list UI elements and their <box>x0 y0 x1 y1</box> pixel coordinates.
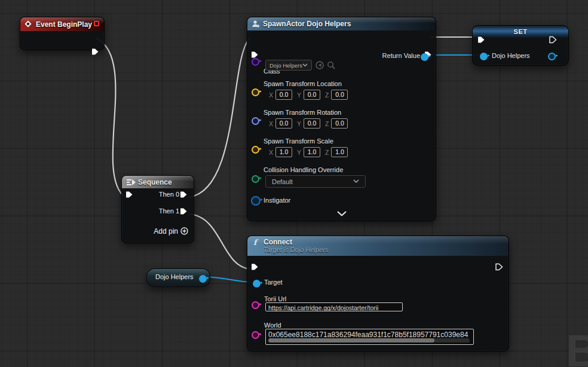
axis-y-label: Y <box>297 149 301 156</box>
class-pin[interactable] <box>252 58 259 66</box>
spawn-scale-pin[interactable] <box>252 146 259 154</box>
collision-override-pin[interactable] <box>252 175 259 183</box>
function-icon: f <box>253 238 257 247</box>
connect-target-pin[interactable] <box>253 280 261 288</box>
collision-dropdown-value: Default <box>272 178 293 185</box>
torii-url-label: Torii Url <box>264 295 286 302</box>
connect-exec-output-pin[interactable] <box>495 263 503 271</box>
instigator-label: Instigator <box>264 197 290 204</box>
set-variable-input-pin[interactable] <box>480 53 488 60</box>
class-dropdown[interactable]: Dojo Helpers <box>265 60 312 71</box>
then0-exec-pin[interactable] <box>180 191 188 198</box>
chevron-down-icon <box>353 179 359 184</box>
sequence-title: Sequence <box>138 178 172 186</box>
node-set-dojo-helpers[interactable]: SET Dojo Helpers <box>472 25 569 66</box>
connect-subtitle: Target is Dojo Helpers <box>264 246 328 253</box>
chevron-down-icon <box>302 63 308 67</box>
exec-output-pin[interactable] <box>91 48 99 56</box>
connect-title: Connect <box>264 238 292 246</box>
collision-override-label: Collision Handling Override <box>264 166 343 173</box>
set-title: SET <box>473 28 568 35</box>
world-label: World <box>264 322 281 329</box>
scale-xyz-row: X 1.0 Y 1.0 Z 1.0 <box>269 147 353 157</box>
rotation-z-input[interactable]: 0.0 <box>331 118 348 129</box>
add-pin-label[interactable]: Add pin <box>154 227 178 236</box>
axis-z-label: Z <box>325 91 329 99</box>
add-pin-icon[interactable] <box>180 227 188 235</box>
location-xyz-row: X 0.0 Y 0.0 Z 0.0 <box>269 90 353 100</box>
getter-variable-label: Dojo Helpers <box>155 273 194 280</box>
rotation-y-input[interactable]: 0.0 <box>304 118 320 129</box>
scale-y-input[interactable]: 1.0 <box>304 147 320 157</box>
browse-search-icon[interactable] <box>327 61 335 69</box>
instigator-pin[interactable] <box>251 196 261 206</box>
watermark-letter: B <box>566 325 588 367</box>
wire-then1-to-connect <box>189 214 250 269</box>
blueprint-graph-canvas[interactable]: B Event BeginPlay Sequence Then 0 Then 1… <box>0 0 588 367</box>
sequence-exec-input-pin[interactable] <box>125 191 133 198</box>
axis-x-label: X <box>269 91 273 99</box>
rotation-x-input[interactable]: 0.0 <box>275 118 292 129</box>
node-event-beginplay[interactable]: Event BeginPlay <box>20 17 105 50</box>
then1-label: Then 1 <box>159 207 179 215</box>
event-beginplay-title: Event BeginPlay <box>36 20 92 29</box>
world-input-scrollbar-thumb[interactable] <box>268 338 434 342</box>
set-exec-output-pin[interactable] <box>549 36 557 44</box>
getter-output-pin[interactable] <box>199 275 207 283</box>
set-variable-output-pin[interactable] <box>548 53 556 60</box>
scale-z-input[interactable]: 1.0 <box>331 147 348 157</box>
location-x-input[interactable]: 0.0 <box>275 90 292 100</box>
axis-y-label: Y <box>297 91 301 99</box>
torii-url-pin[interactable] <box>252 301 259 309</box>
expand-advanced-pins-icon[interactable] <box>337 211 347 216</box>
spawn-rotation-pin[interactable] <box>252 117 259 125</box>
axis-y-label: Y <box>297 120 301 127</box>
node-sequence[interactable]: Sequence Then 0 Then 1 Add pin <box>121 175 194 243</box>
set-exec-input-pin[interactable] <box>477 36 485 44</box>
collision-override-dropdown[interactable]: Default <box>265 175 366 188</box>
spawn-scale-label: Spawn Transform Scale <box>264 137 333 145</box>
return-value-pin[interactable] <box>421 53 428 61</box>
wire-then0-to-spawnactor <box>189 38 250 197</box>
location-y-input[interactable]: 0.0 <box>304 90 320 100</box>
use-selected-asset-icon[interactable] <box>316 61 324 69</box>
world-pin[interactable] <box>252 331 259 339</box>
connect-target-label: Target <box>264 279 283 286</box>
wire-getter-to-target <box>204 277 251 282</box>
delegate-pin[interactable] <box>94 21 99 26</box>
world-input[interactable]: 0x065ee8188c171a836294feaa931f1c78b5f189… <box>265 329 474 345</box>
rotation-xyz-row: X 0.0 Y 0.0 Z 0.0 <box>269 118 353 129</box>
node-connect[interactable]: f Connect Target is Dojo Helpers Target … <box>247 236 509 351</box>
class-dropdown-value: Dojo Helpers <box>270 62 302 69</box>
axis-x-label: X <box>269 120 273 127</box>
connect-exec-input-pin[interactable] <box>251 263 259 271</box>
then1-exec-pin[interactable] <box>180 207 188 215</box>
node-spawnactor[interactable]: SpawnActor Dojo Helpers Class Dojo Helpe… <box>247 17 436 221</box>
axis-z-label: Z <box>325 120 329 127</box>
spawn-location-label: Spawn Transform Location <box>264 80 342 87</box>
location-z-input[interactable]: 0.0 <box>331 90 348 100</box>
scale-x-input[interactable]: 1.0 <box>275 147 292 157</box>
axis-x-label: X <box>269 149 273 156</box>
axis-z-label: Z <box>325 149 329 156</box>
return-value-label: Return Value <box>382 52 420 59</box>
spawn-rotation-label: Spawn Transform Rotation <box>264 109 341 116</box>
wire-beginplay-to-sequence <box>96 38 125 197</box>
node-dojo-helpers-getter[interactable]: Dojo Helpers <box>146 268 210 287</box>
torii-url-input[interactable]: https://api.cartridge.gg/x/dojostarter/t… <box>265 302 403 311</box>
set-variable-label: Dojo Helpers <box>492 52 530 59</box>
world-input-value: 0x065ee8188c171a836294feaa931f1c78b5f189… <box>268 331 468 339</box>
then0-label: Then 0 <box>159 191 179 198</box>
sequence-icon <box>126 179 136 186</box>
spawnactor-title: SpawnActor Dojo Helpers <box>263 20 351 28</box>
spawn-actor-icon <box>252 20 260 28</box>
spawn-location-pin[interactable] <box>252 88 259 96</box>
